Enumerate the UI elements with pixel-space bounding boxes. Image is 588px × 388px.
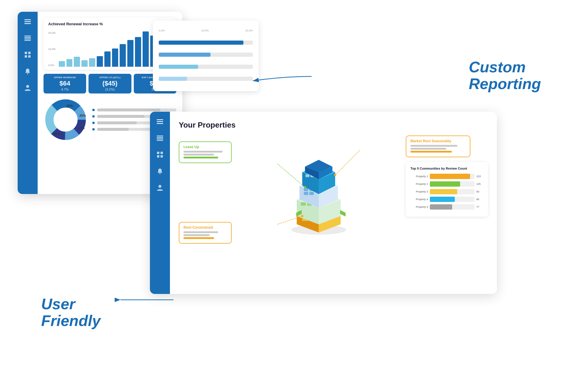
hbar-fill xyxy=(159,41,243,45)
hbar-axis: 0.0% 10.0% 20.0% xyxy=(159,29,253,32)
rent-constrained-line-1 xyxy=(183,231,218,233)
rent-constrained-card: Rent-Constrained xyxy=(179,222,232,244)
bar-6 xyxy=(97,56,103,67)
building-area xyxy=(238,136,400,247)
svg-point-11 xyxy=(27,73,28,74)
top5-property-label: Property 5 xyxy=(410,205,428,208)
bar-7 xyxy=(104,51,111,67)
grid-icon-right[interactable] xyxy=(156,150,164,159)
horizontal-bar-card: 0.0% 10.0% 20.0% xyxy=(153,21,259,91)
rent-constrained-title: Rent-Constrained xyxy=(183,225,227,230)
top5-bar-fill xyxy=(430,204,452,210)
top5-bar-track xyxy=(430,174,475,179)
svg-rect-27 xyxy=(161,152,163,154)
spacer xyxy=(179,169,232,216)
top5-property-label: Property 2 xyxy=(410,183,428,185)
top5-property-label: Property 4 xyxy=(410,198,428,201)
svg-rect-55 xyxy=(305,174,309,177)
svg-rect-0 xyxy=(24,19,31,20)
bell-icon[interactable] xyxy=(24,67,32,75)
bar-3 xyxy=(74,57,80,67)
svg-rect-3 xyxy=(24,36,31,36)
hbar-track xyxy=(159,53,253,57)
menu-icon[interactable] xyxy=(24,18,32,26)
svg-rect-50 xyxy=(304,192,308,195)
market-rent-card: Market Rent Seasonality xyxy=(406,136,470,157)
hbar-track xyxy=(159,65,253,69)
lease-up-line-2 xyxy=(183,154,214,155)
svg-line-60 xyxy=(278,164,305,187)
bar-9 xyxy=(120,44,126,67)
property-labels-column: Lease Up Rent-Constrained xyxy=(179,136,232,244)
menu-icon-right[interactable] xyxy=(156,118,164,126)
hbar-track xyxy=(159,77,253,81)
list-bar-fill xyxy=(97,115,145,118)
svg-rect-1 xyxy=(24,21,31,22)
properties-title: Your Properties xyxy=(179,121,488,130)
top5-bar-track xyxy=(430,204,475,210)
list-dot xyxy=(92,128,95,131)
market-rent-line-3 xyxy=(410,151,452,153)
bar-12 xyxy=(143,31,149,67)
bar-10 xyxy=(127,40,133,67)
svg-rect-5 xyxy=(24,39,31,39)
svg-point-31 xyxy=(158,185,161,188)
top5-property-label: Property 3 xyxy=(410,190,428,193)
top5-row-5: Property 5 77 xyxy=(410,204,483,210)
svg-rect-19 xyxy=(157,119,163,120)
svg-point-65 xyxy=(301,215,303,217)
svg-rect-2 xyxy=(24,23,31,24)
top5-bar-track xyxy=(430,197,475,202)
svg-point-17 xyxy=(55,109,76,130)
bell-icon-right[interactable] xyxy=(156,167,164,175)
top5-bar-fill xyxy=(430,197,455,202)
list-bar-fill xyxy=(97,121,137,124)
svg-point-12 xyxy=(26,85,29,88)
top5-count: 105 xyxy=(476,183,483,185)
top5-row-2: Property 2 105 xyxy=(410,181,483,187)
svg-point-61 xyxy=(304,186,306,188)
user-icon[interactable] xyxy=(24,83,32,92)
annotation-custom-line1: Custom xyxy=(469,59,541,76)
lease-up-line-1 xyxy=(183,151,223,153)
top5-count: 153 xyxy=(476,175,483,178)
donut-label-37: 37% xyxy=(54,132,60,136)
right-cards-column: Market Rent Seasonality Top 5 Communitie… xyxy=(406,136,488,217)
list-dot xyxy=(92,109,95,111)
building-svg xyxy=(278,144,360,238)
top5-row-4: Property 4 86 xyxy=(410,197,483,202)
grid-icon[interactable] xyxy=(24,51,32,59)
market-rent-line-1 xyxy=(410,145,457,147)
lease-up-card: Lease Up xyxy=(179,141,232,163)
svg-point-63 xyxy=(334,174,336,176)
top5-title: Top 5 Communities by Review Count xyxy=(410,167,483,170)
hbar-fill xyxy=(159,65,198,69)
svg-rect-26 xyxy=(157,152,159,154)
svg-rect-6 xyxy=(24,40,31,41)
top5-bar-track xyxy=(430,189,475,194)
rent-constrained-line-2 xyxy=(183,234,210,236)
list-icon[interactable] xyxy=(24,34,32,42)
properties-content: Lease Up Rent-Constrained xyxy=(179,136,488,247)
user-icon-right[interactable] xyxy=(156,183,164,192)
list-bar-fill xyxy=(97,108,161,111)
list-icon-right[interactable] xyxy=(156,134,164,142)
list-dot xyxy=(92,122,95,124)
svg-rect-41 xyxy=(301,202,306,205)
svg-rect-20 xyxy=(157,121,163,122)
rent-constrained-line-3 xyxy=(183,237,214,239)
svg-marker-44 xyxy=(340,210,346,216)
top5-count: 94 xyxy=(476,190,483,193)
svg-rect-29 xyxy=(161,155,163,158)
bar-8 xyxy=(112,48,118,67)
list-item xyxy=(92,108,176,111)
list-bar-track xyxy=(97,108,176,111)
hbar-row-4 xyxy=(159,77,253,81)
annotation-custom-line2: Reporting xyxy=(469,76,541,92)
left-sidebar xyxy=(18,12,38,194)
annotation-user-line2: Friendly xyxy=(41,312,101,329)
metric-offer-ltl: OFFER LTL/(GTL) ($45) (3.2%) xyxy=(88,74,131,93)
annotation-user-line1: User xyxy=(41,296,101,312)
hbar-fill xyxy=(159,53,211,57)
svg-point-30 xyxy=(159,173,161,174)
